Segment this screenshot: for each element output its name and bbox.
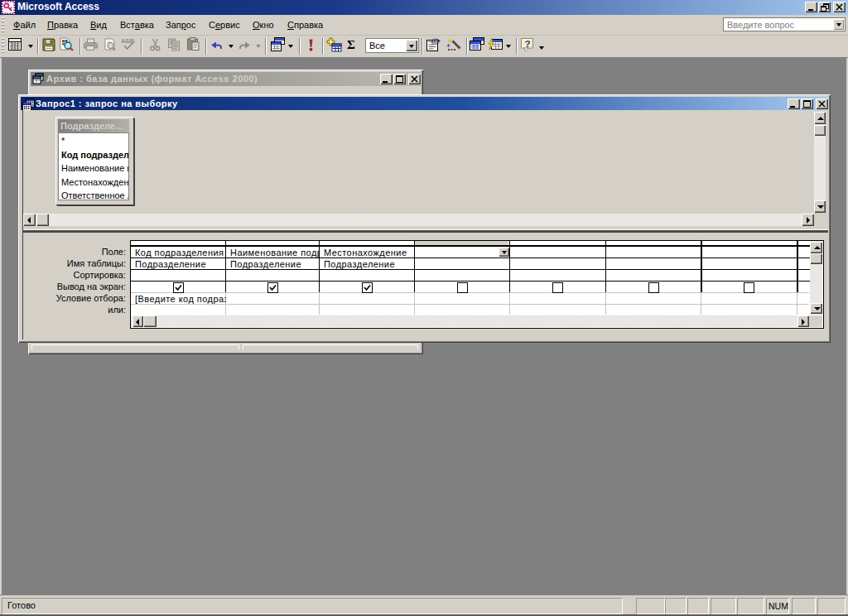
- svg-text:?: ?: [525, 39, 531, 49]
